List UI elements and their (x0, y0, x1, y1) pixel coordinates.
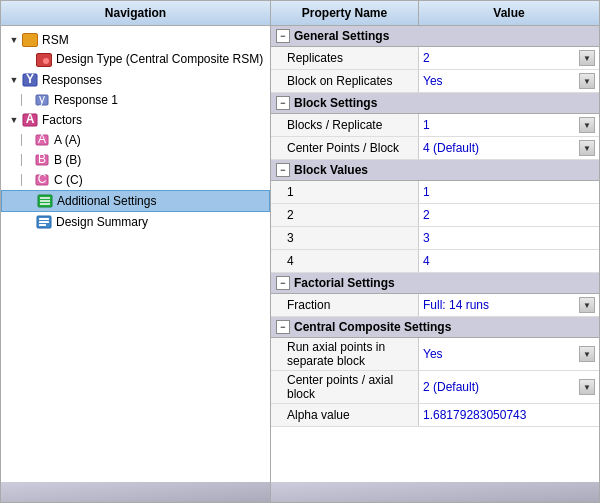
prop-row-center-axial: Center points / axial block 2 (Default) … (271, 371, 599, 404)
prop-value-axial[interactable]: Yes ▼ (419, 343, 599, 365)
section-block: − Block Settings (271, 93, 599, 114)
factors-icon: A (21, 112, 39, 128)
expander-factors[interactable]: ▼ (7, 115, 21, 125)
section-blockvalues: − Block Values (271, 160, 599, 181)
bv3-value: 3 (423, 231, 430, 245)
blocks-replicate-value: 1 (423, 118, 430, 132)
block-replicates-dropdown[interactable]: ▼ (579, 73, 595, 89)
summary-icon (35, 214, 53, 230)
prop-row-fraction: Fraction Full: 14 runs ▼ (271, 294, 599, 317)
collapse-factorial[interactable]: − (276, 276, 290, 290)
fraction-dropdown[interactable]: ▼ (579, 297, 595, 313)
svg-text:Y: Y (26, 73, 34, 86)
factorA-label: A (A) (54, 133, 81, 147)
blocks-replicate-dropdown[interactable]: ▼ (579, 117, 595, 133)
prop-value-center-points-block[interactable]: 4 (Default) ▼ (419, 137, 599, 159)
axial-dropdown[interactable]: ▼ (579, 346, 595, 362)
factorB-label: B (B) (54, 153, 81, 167)
prop-name-center-points-block: Center Points / Block (271, 137, 419, 159)
tree-item-rsm[interactable]: ▼ RSM (1, 30, 270, 50)
rsm-label: RSM (42, 33, 69, 47)
collapse-blockvalues[interactable]: − (276, 163, 290, 177)
fraction-value: Full: 14 runs (423, 298, 489, 312)
tree-item-factorC[interactable]: C C (C) (1, 170, 270, 190)
svg-text:A: A (26, 113, 35, 126)
tree-item-additional[interactable]: Additional Settings (1, 190, 270, 212)
prop-name-axial: Run axial points in separate block (271, 338, 419, 370)
block-replicates-value: Yes (423, 74, 443, 88)
section-blockvalues-label: Block Values (294, 163, 368, 177)
nav-tree: ▼ RSM Design Type (Central Composite RSM… (1, 26, 270, 482)
tree-item-design[interactable]: Design Type (Central Composite RSM) (1, 50, 270, 70)
center-points-block-value: 4 (Default) (423, 141, 479, 155)
section-general-label: General Settings (294, 29, 389, 43)
expander-rsm[interactable]: ▼ (7, 35, 21, 45)
nav-bottom-decoration (1, 482, 270, 502)
prop-value-bv3: 3 (419, 227, 599, 249)
alpha-value: 1.68179283050743 (423, 408, 526, 422)
bv1-value: 1 (423, 185, 430, 199)
navigation-panel: Navigation ▼ RSM Design Type (Central Co… (1, 1, 271, 502)
svg-rect-19 (39, 224, 46, 226)
center-axial-dropdown[interactable]: ▼ (579, 379, 595, 395)
response1-icon: y (33, 92, 51, 108)
tree-item-responses[interactable]: ▼ Y Responses (1, 70, 270, 90)
design-icon (35, 52, 53, 68)
svg-text:A: A (38, 134, 46, 146)
prop-value-bv1: 1 (419, 181, 599, 203)
collapse-general[interactable]: − (276, 29, 290, 43)
prop-row-bv2: 2 2 (271, 204, 599, 227)
prop-name-blocks-replicate: Blocks / Replicate (271, 114, 419, 136)
prop-value-block-replicates[interactable]: Yes ▼ (419, 70, 599, 92)
nav-header: Navigation (1, 1, 270, 26)
collapse-block[interactable]: − (276, 96, 290, 110)
prop-name-bv4: 4 (271, 250, 419, 272)
prop-value-replicates[interactable]: 2 ▼ (419, 47, 599, 69)
svg-text:y: y (39, 94, 45, 106)
prop-row-replicates: Replicates 2 ▼ (271, 47, 599, 70)
prop-name-alpha: Alpha value (271, 404, 419, 426)
svg-rect-17 (39, 218, 49, 220)
prop-name-fraction: Fraction (271, 294, 419, 316)
bv2-value: 2 (423, 208, 430, 222)
responses-label: Responses (42, 73, 102, 87)
prop-name-replicates: Replicates (271, 47, 419, 69)
prop-value-fraction[interactable]: Full: 14 runs ▼ (419, 294, 599, 316)
prop-row-bv3: 3 3 (271, 227, 599, 250)
replicates-value: 2 (423, 51, 430, 65)
bv4-value: 4 (423, 254, 430, 268)
prop-value-bv2: 2 (419, 204, 599, 226)
tree-item-factorA[interactable]: A A (A) (1, 130, 270, 150)
prop-name-bv2: 2 (271, 204, 419, 226)
property-panel: Property Name Value − General Settings R… (271, 1, 599, 502)
prop-name-center-axial: Center points / axial block (271, 371, 419, 403)
prop-row-bv1: 1 1 (271, 181, 599, 204)
tree-item-factors[interactable]: ▼ A Factors (1, 110, 270, 130)
center-axial-value: 2 (Default) (423, 380, 479, 394)
tree-item-response1[interactable]: y Response 1 (1, 90, 270, 110)
prop-name-bv3: 3 (271, 227, 419, 249)
prop-row-alpha: Alpha value 1.68179283050743 (271, 404, 599, 427)
tree-item-summary[interactable]: Design Summary (1, 212, 270, 232)
section-ccs: − Central Composite Settings (271, 317, 599, 338)
prop-col-name: Property Name (271, 1, 419, 25)
additional-label: Additional Settings (57, 194, 156, 208)
response1-label: Response 1 (54, 93, 118, 107)
prop-row-axial: Run axial points in separate block Yes ▼ (271, 338, 599, 371)
factorC-icon: C (33, 172, 51, 188)
center-points-block-dropdown[interactable]: ▼ (579, 140, 595, 156)
tree-item-factorB[interactable]: B B (B) (1, 150, 270, 170)
prop-value-bv4: 4 (419, 250, 599, 272)
prop-value-blocks-replicate[interactable]: 1 ▼ (419, 114, 599, 136)
svg-text:C: C (38, 174, 47, 186)
section-ccs-label: Central Composite Settings (294, 320, 451, 334)
rsm-icon (21, 32, 39, 48)
replicates-dropdown[interactable]: ▼ (579, 50, 595, 66)
collapse-ccs[interactable]: − (276, 320, 290, 334)
svg-rect-18 (39, 221, 49, 223)
section-block-label: Block Settings (294, 96, 377, 110)
factorA-icon: A (33, 132, 51, 148)
responses-icon: Y (21, 72, 39, 88)
prop-value-center-axial[interactable]: 2 (Default) ▼ (419, 376, 599, 398)
expander-responses[interactable]: ▼ (7, 75, 21, 85)
